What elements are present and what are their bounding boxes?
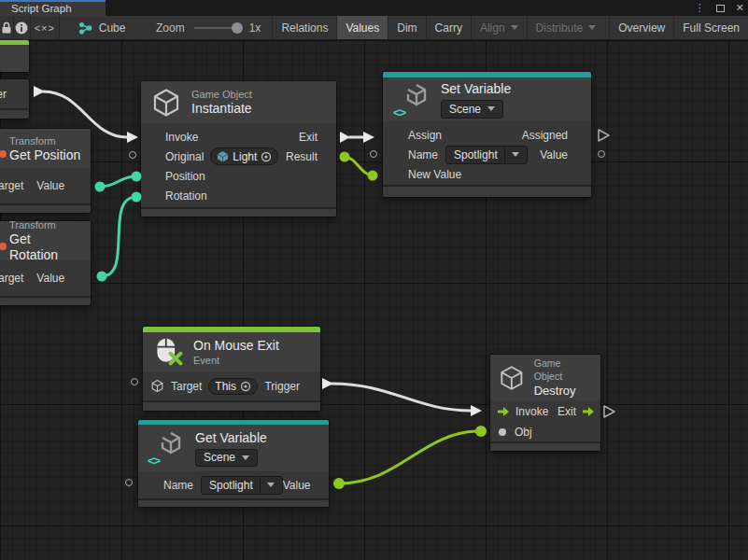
wire-position-value[interactable] <box>100 176 136 187</box>
port-label-assigned: Assigned <box>522 129 568 142</box>
node-set-variable[interactable]: <> Set Variable Scene Assign Assigned Na… <box>383 72 591 197</box>
chevron-down-icon <box>512 152 519 157</box>
fullscreen-button[interactable]: Full Screen <box>673 16 748 39</box>
variable-type-icon: <> <box>148 454 160 468</box>
lock-icon <box>1 21 12 35</box>
tab-script-graph[interactable]: Script Graph <box>0 0 106 16</box>
port-label-original: Original <box>165 150 204 163</box>
close-icon[interactable]: ✕ <box>736 2 744 14</box>
zoom-slider[interactable] <box>194 27 240 29</box>
wire-arrowhead <box>471 405 482 416</box>
node-get-rotation[interactable]: Transform Get Rotation Target Value <box>0 221 91 305</box>
node-category: Transform <box>9 218 56 231</box>
info-button[interactable] <box>14 16 31 39</box>
port-value-output[interactable] <box>95 182 106 192</box>
port-exit-output[interactable] <box>604 406 614 417</box>
relations-button[interactable]: Relations <box>272 16 336 39</box>
port-label-invoke: Invoke <box>515 405 548 418</box>
node-title: Destroy <box>534 383 591 399</box>
chevron-down-icon <box>242 455 249 460</box>
port-exit-icon[interactable] <box>582 407 595 416</box>
align-button[interactable]: Align <box>471 16 527 39</box>
port-result-output[interactable] <box>340 152 350 162</box>
port-invoke-icon[interactable] <box>497 407 510 416</box>
port-label-position: Position <box>165 170 205 183</box>
target-object-field[interactable]: This <box>208 378 258 395</box>
port-obj-input[interactable] <box>475 426 487 437</box>
port-label-exit: Exit <box>299 131 318 144</box>
distribute-button[interactable]: Distribute <box>527 16 605 39</box>
tab-bar: Script Graph ⋮ ✕ <box>0 0 748 16</box>
wire-rotation-value[interactable] <box>102 197 136 276</box>
values-button[interactable]: Values <box>336 16 388 39</box>
original-object-field[interactable]: Light <box>210 147 278 165</box>
port-exit-output[interactable] <box>340 132 350 143</box>
graph-breadcrumb[interactable]: Cube <box>60 16 128 39</box>
wire-result-to-newvalue[interactable] <box>345 157 373 175</box>
variable-scope-dropdown[interactable]: Scene <box>195 449 258 467</box>
overview-button[interactable]: Overview <box>609 16 673 39</box>
port-trigger-output[interactable] <box>322 378 333 389</box>
port-position-input[interactable] <box>132 172 142 182</box>
port-label-value: Value <box>283 479 311 492</box>
cube-icon <box>150 379 164 393</box>
info-icon <box>15 21 28 35</box>
port-label-target: Target <box>0 272 23 285</box>
variable-name-dropdown[interactable]: Spotlight <box>445 146 528 164</box>
node-partial-event-body[interactable]: Trigger <box>0 79 29 119</box>
port-assigned-output[interactable] <box>599 130 609 141</box>
carry-button[interactable]: Carry <box>426 16 471 39</box>
variable-scope-dropdown[interactable]: Scene <box>441 100 503 119</box>
target-picker-icon[interactable] <box>240 381 251 392</box>
port-trigger-output[interactable] <box>34 86 45 97</box>
wires-layer <box>0 40 748 560</box>
port-rotation-input[interactable] <box>132 192 142 203</box>
zoom-slider-handle[interactable] <box>232 22 243 34</box>
port-name-input[interactable] <box>370 150 377 158</box>
port-label-name: Name <box>163 479 193 492</box>
kebab-menu-icon[interactable]: ⋮ <box>695 2 705 14</box>
maximize-icon[interactable] <box>716 5 725 12</box>
chevron-down-icon <box>267 483 275 487</box>
transform-icon <box>0 150 7 158</box>
cube-icon <box>498 364 526 392</box>
port-event-input[interactable] <box>131 378 138 385</box>
port-value-output[interactable] <box>598 150 605 158</box>
node-get-position[interactable]: Transform Get Position Target Value <box>0 129 91 213</box>
node-get-variable[interactable]: <> Get Variable Scene Name Spotlight Val… <box>138 420 329 507</box>
wire-variable-to-obj[interactable] <box>339 431 480 483</box>
port-label-assign: Assign <box>408 129 442 142</box>
port-label-trigger: Trigger <box>0 88 7 101</box>
port-original-input[interactable] <box>129 151 136 159</box>
node-subtitle: Event <box>193 354 279 367</box>
lock-button[interactable] <box>0 16 14 39</box>
script-graph-window: Script Graph ⋮ ✕ <×> Cube Zoom 1x Relati… <box>0 0 748 560</box>
node-partial-event-header[interactable] <box>0 40 29 72</box>
node-title: Get Variable <box>195 430 267 446</box>
dim-button[interactable]: Dim <box>388 16 425 39</box>
gameobject-icon <box>217 150 229 162</box>
graph-toolbar: <×> Cube Zoom 1x Relations Values Dim Ca… <box>0 16 748 40</box>
port-name-input[interactable] <box>125 479 133 486</box>
node-title: Set Variable <box>441 81 511 97</box>
port-label-new-value: New Value <box>408 168 461 181</box>
port-label-invoke: Invoke <box>165 131 198 144</box>
variable-name-dropdown[interactable]: Spotlight <box>201 476 283 495</box>
node-title: On Mouse Exit <box>193 338 279 354</box>
transform-icon <box>0 243 7 250</box>
node-title: Instantiate <box>191 101 252 117</box>
code-button[interactable]: <×> <box>31 16 60 39</box>
target-picker-icon[interactable] <box>261 151 272 162</box>
wire-trigger-to-destroy[interactable] <box>332 384 472 411</box>
port-value-output[interactable] <box>333 478 345 489</box>
port-value-output[interactable] <box>97 272 107 282</box>
node-instantiate[interactable]: Game Object Instantiate Invoke Exit Orig… <box>141 81 336 217</box>
node-title: Get Position <box>9 147 80 163</box>
port-obj-icon[interactable] <box>499 428 506 436</box>
node-on-mouse-exit[interactable]: On Mouse Exit Event Target This Trigger <box>143 327 320 411</box>
port-label-name: Name <box>408 148 438 161</box>
port-newvalue-input[interactable] <box>368 171 378 181</box>
node-destroy[interactable]: Game Object Destroy Invoke Exit Obj <box>490 355 600 451</box>
graph-canvas[interactable]: Trigger Transform Get Position Target Va… <box>0 40 748 560</box>
wire-arrowhead <box>363 132 374 143</box>
